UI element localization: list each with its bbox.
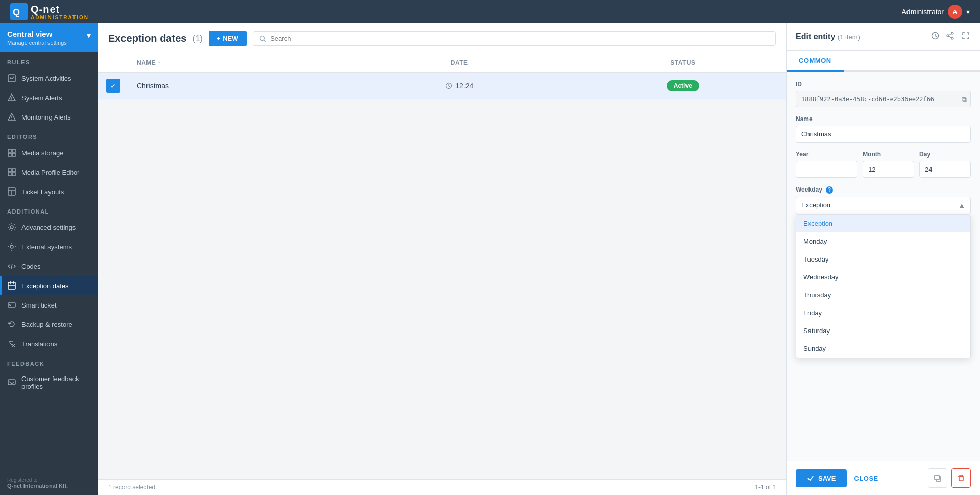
sidebar-item-codes[interactable]: Codes [0,256,98,276]
chevron-down-icon: ▾ [966,8,970,16]
row-name: Christmas [137,82,169,90]
sidebar-item-system-alerts[interactable]: System Alerts [0,88,98,107]
activities-icon [7,74,16,83]
field-year: Year [796,151,857,178]
svg-rect-40 [935,475,939,480]
th-status: STATUS [580,54,786,72]
name-input[interactable] [796,126,971,143]
svg-point-4 [11,99,12,100]
edit-panel-header: Edit entity (1 item) [787,23,980,51]
svg-point-36 [947,35,949,37]
svg-line-31 [264,40,265,41]
sidebar-item-media-storage[interactable]: Media storage [0,143,98,162]
weekday-info-icon: ? [826,186,833,194]
sidebar-item-customer-feedback[interactable]: Customer feedback profiles [0,370,98,395]
close-button[interactable]: CLOSE [854,475,878,482]
edit-body: ID ⧉ Name Year [787,72,980,461]
save-button[interactable]: SAVE [796,469,847,487]
sidebar-footer: Registered to Q-net International Kft. [0,471,98,495]
sidebar-item-system-activities[interactable]: System Activities [0,68,98,88]
delete-button[interactable] [951,468,971,488]
weekday-dropdown-menu: Exception Monday Tuesday Wednesday Thurs… [796,214,971,358]
sidebar-item-external-systems[interactable]: External systems [0,237,98,256]
weekday-dropdown-button[interactable]: Exception ▲ [796,197,971,214]
id-input[interactable] [796,91,971,107]
history-icon [931,32,939,40]
table-row[interactable]: ✓ Christmas 12.24 [98,72,786,100]
copy-id-button[interactable]: ⧉ [962,95,967,104]
weekday-option-sunday[interactable]: Sunday [796,340,970,358]
field-date-group: Year Month Day [796,151,971,178]
sidebar-item-translations[interactable]: Translations [0,334,98,353]
restore-icon [7,320,16,329]
new-button[interactable]: + NEW [209,31,247,46]
grid-icon [7,148,16,157]
sidebar-item-monitoring-alerts[interactable]: Monitoring Alerts [0,107,98,127]
weekday-option-thursday[interactable]: Thursday [796,286,970,304]
svg-line-37 [949,34,951,35]
feedback-icon [7,378,16,387]
alert-icon [7,93,16,102]
field-month: Month [863,151,914,178]
pagination: 1-1 of 1 [755,484,776,491]
selected-count: 1 record selected. [108,484,157,491]
svg-point-30 [260,36,264,40]
weekday-option-saturday[interactable]: Saturday [796,322,970,340]
year-input[interactable] [796,161,857,178]
weekday-option-monday[interactable]: Monday [796,232,970,250]
list-count: (1) [192,34,203,43]
duplicate-icon [934,474,942,482]
section-label-additional: ADDITIONAL [0,201,98,218]
sort-icon: ↑ [158,60,161,66]
trash-icon [957,474,965,482]
share-button[interactable] [945,31,955,43]
duplicate-button[interactable] [928,468,947,488]
svg-rect-12 [12,169,15,172]
sidebar-item-media-profile-editor[interactable]: Media Profile Editor [0,162,98,182]
sidebar-item-backup-restore[interactable]: Backup & restore [0,315,98,334]
sidebar: Central view Manage central settings ▾ R… [0,23,98,495]
history-button[interactable] [930,31,940,43]
field-name: Name [796,115,971,143]
app-subtitle: ADMINISTRATION [31,15,89,20]
id-label: ID [796,81,971,88]
th-date: DATE [339,54,580,72]
sidebar-item-exception-dates[interactable]: Exception dates [0,276,98,295]
day-input[interactable] [919,161,971,178]
weekday-option-wednesday[interactable]: Wednesday [796,268,970,286]
sidebar-item-ticket-layouts[interactable]: Ticket Layouts [0,182,98,201]
field-weekday: Weekday ? Exception ▲ Exception Monday [796,186,971,214]
table-wrapper: NAME ↑ DATE STATUS ✓ [98,54,786,479]
tab-common[interactable]: COMMON [787,51,844,72]
sidebar-item-advanced-settings[interactable]: Advanced settings [0,218,98,237]
sidebar-item-label: Media storage [21,149,63,157]
edit-tabs: COMMON [787,51,980,72]
weekday-option-exception[interactable]: Exception [796,215,970,232]
sidebar-header-subtitle: Manage central settings [7,40,67,46]
sidebar-item-smart-ticket[interactable]: Smart ticket [0,295,98,315]
sidebar-item-label: Translations [21,340,57,348]
user-menu[interactable]: Administrator A ▾ [902,5,970,19]
weekday-option-friday[interactable]: Friday [796,304,970,322]
month-input[interactable] [863,161,914,178]
sidebar-item-label: Customer feedback profiles [21,375,91,390]
svg-rect-7 [8,149,11,152]
svg-rect-21 [8,282,15,289]
chevron-down-icon: ▾ [87,31,91,40]
search-input[interactable] [270,35,769,42]
weekday-option-tuesday[interactable]: Tuesday [796,250,970,268]
expand-button[interactable] [961,31,971,43]
sidebar-item-label: External systems [21,243,72,251]
row-checkbox[interactable]: ✓ [106,79,120,93]
field-day: Day [919,151,971,178]
sidebar-item-label: Exception dates [21,282,69,290]
svg-point-26 [10,304,11,306]
list-title: Exception dates [108,33,186,44]
svg-rect-10 [12,153,15,156]
row-date: 12.24 [455,82,473,90]
chevron-up-icon: ▲ [958,201,965,209]
day-label: Day [919,151,971,158]
sidebar-header[interactable]: Central view Manage central settings ▾ [0,23,98,52]
status-bar: 1 record selected. 1-1 of 1 [98,479,786,495]
svg-point-18 [10,226,13,229]
